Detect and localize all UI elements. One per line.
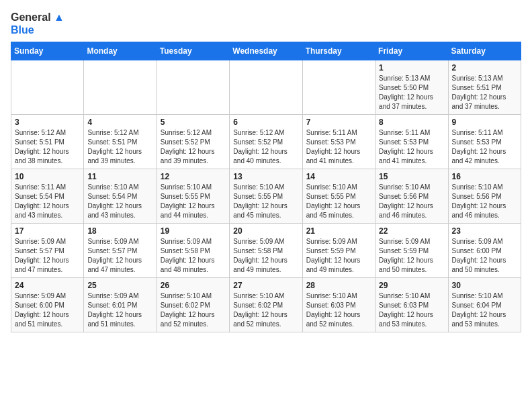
day-info: Sunrise: 5:09 AM Sunset: 5:57 PM Dayligh… [87,237,152,275]
calendar-cell: 27Sunrise: 5:10 AM Sunset: 6:02 PM Dayli… [230,278,302,332]
day-info: Sunrise: 5:11 AM Sunset: 5:53 PM Dayligh… [306,128,371,166]
calendar-cell: 19Sunrise: 5:09 AM Sunset: 5:58 PM Dayli… [157,224,229,278]
day-info: Sunrise: 5:12 AM Sunset: 5:52 PM Dayligh… [161,128,226,166]
day-number: 22 [379,226,444,236]
day-number: 6 [233,118,298,127]
day-number: 7 [306,118,371,127]
calendar-cell: 17Sunrise: 5:09 AM Sunset: 5:57 PM Dayli… [11,224,84,278]
calendar-cell: 6Sunrise: 5:12 AM Sunset: 5:52 PM Daylig… [230,115,302,169]
day-info: Sunrise: 5:10 AM Sunset: 5:55 PM Dayligh… [233,183,298,220]
calendar-cell [84,60,157,115]
week-row-4: 17Sunrise: 5:09 AM Sunset: 5:57 PM Dayli… [11,224,521,278]
calendar-cell: 26Sunrise: 5:10 AM Sunset: 6:02 PM Dayli… [157,278,229,332]
day-number: 29 [379,281,444,290]
day-info: Sunrise: 5:10 AM Sunset: 5:55 PM Dayligh… [306,183,371,220]
day-info: Sunrise: 5:09 AM Sunset: 6:00 PM Dayligh… [15,291,80,329]
calendar-cell: 16Sunrise: 5:10 AM Sunset: 5:56 PM Dayli… [448,169,521,224]
day-number: 13 [233,172,298,181]
day-number: 21 [306,226,371,236]
day-number: 3 [15,118,80,127]
day-header-friday: Friday [375,42,448,60]
day-info: Sunrise: 5:09 AM Sunset: 5:59 PM Dayligh… [379,237,444,275]
day-number: 5 [161,118,226,127]
day-header-tuesday: Tuesday [157,42,229,60]
day-header-monday: Monday [84,42,157,60]
day-header-sunday: Sunday [11,42,84,60]
calendar-cell: 4Sunrise: 5:12 AM Sunset: 5:51 PM Daylig… [84,115,157,169]
day-number: 2 [452,63,517,73]
day-number: 16 [452,172,517,181]
calendar-cell: 11Sunrise: 5:10 AM Sunset: 5:54 PM Dayli… [84,169,157,224]
day-number: 12 [161,172,226,181]
day-header-wednesday: Wednesday [230,42,302,60]
calendar-cell: 28Sunrise: 5:10 AM Sunset: 6:03 PM Dayli… [302,278,375,332]
day-info: Sunrise: 5:11 AM Sunset: 5:53 PM Dayligh… [452,128,517,166]
day-number: 27 [233,281,298,290]
logo-text: General ▲ Blue [11,11,64,36]
calendar-cell: 3Sunrise: 5:12 AM Sunset: 5:51 PM Daylig… [11,115,84,169]
day-info: Sunrise: 5:09 AM Sunset: 5:59 PM Dayligh… [306,237,371,275]
day-info: Sunrise: 5:13 AM Sunset: 5:51 PM Dayligh… [452,74,517,111]
day-number: 23 [452,226,517,236]
day-number: 28 [306,281,371,290]
calendar-cell: 20Sunrise: 5:09 AM Sunset: 5:58 PM Dayli… [230,224,302,278]
calendar-cell: 29Sunrise: 5:10 AM Sunset: 6:03 PM Dayli… [375,278,448,332]
day-info: Sunrise: 5:10 AM Sunset: 5:56 PM Dayligh… [379,183,444,220]
calendar-cell: 7Sunrise: 5:11 AM Sunset: 5:53 PM Daylig… [302,115,375,169]
day-number: 26 [161,281,226,290]
day-number: 1 [379,63,444,73]
day-info: Sunrise: 5:09 AM Sunset: 5:58 PM Dayligh… [233,237,298,275]
day-number: 14 [306,172,371,181]
day-number: 19 [161,226,226,236]
day-info: Sunrise: 5:10 AM Sunset: 6:03 PM Dayligh… [306,291,371,329]
logo: General ▲ Blue [11,11,64,36]
day-number: 11 [87,172,152,181]
day-number: 9 [452,118,517,127]
day-info: Sunrise: 5:10 AM Sunset: 6:02 PM Dayligh… [233,291,298,329]
day-info: Sunrise: 5:10 AM Sunset: 5:56 PM Dayligh… [452,183,517,220]
calendar-cell: 1Sunrise: 5:13 AM Sunset: 5:50 PM Daylig… [375,60,448,115]
calendar-cell: 9Sunrise: 5:11 AM Sunset: 5:53 PM Daylig… [448,115,521,169]
day-number: 4 [87,118,152,127]
calendar-cell: 30Sunrise: 5:10 AM Sunset: 6:04 PM Dayli… [448,278,521,332]
page-header: General ▲ Blue [11,11,521,36]
day-info: Sunrise: 5:12 AM Sunset: 5:51 PM Dayligh… [87,128,152,166]
day-number: 15 [379,172,444,181]
calendar-cell: 24Sunrise: 5:09 AM Sunset: 6:00 PM Dayli… [11,278,84,332]
day-number: 25 [87,281,152,290]
day-info: Sunrise: 5:09 AM Sunset: 5:58 PM Dayligh… [161,237,226,275]
calendar-cell: 2Sunrise: 5:13 AM Sunset: 5:51 PM Daylig… [448,60,521,115]
calendar-cell: 8Sunrise: 5:11 AM Sunset: 5:53 PM Daylig… [375,115,448,169]
day-number: 20 [233,226,298,236]
day-header-thursday: Thursday [302,42,375,60]
calendar-cell: 5Sunrise: 5:12 AM Sunset: 5:52 PM Daylig… [157,115,229,169]
calendar-cell: 15Sunrise: 5:10 AM Sunset: 5:56 PM Dayli… [375,169,448,224]
calendar-cell: 23Sunrise: 5:09 AM Sunset: 6:00 PM Dayli… [448,224,521,278]
day-info: Sunrise: 5:12 AM Sunset: 5:51 PM Dayligh… [15,128,80,166]
calendar-cell: 13Sunrise: 5:10 AM Sunset: 5:55 PM Dayli… [230,169,302,224]
week-row-1: 1Sunrise: 5:13 AM Sunset: 5:50 PM Daylig… [11,60,521,115]
calendar-cell [11,60,84,115]
calendar-cell: 12Sunrise: 5:10 AM Sunset: 5:55 PM Dayli… [157,169,229,224]
calendar-cell: 21Sunrise: 5:09 AM Sunset: 5:59 PM Dayli… [302,224,375,278]
day-info: Sunrise: 5:10 AM Sunset: 5:55 PM Dayligh… [161,183,226,220]
calendar-cell [230,60,302,115]
header-row: SundayMondayTuesdayWednesdayThursdayFrid… [11,42,521,60]
calendar-table: SundayMondayTuesdayWednesdayThursdayFrid… [11,42,521,332]
week-row-2: 3Sunrise: 5:12 AM Sunset: 5:51 PM Daylig… [11,115,521,169]
day-number: 8 [379,118,444,127]
day-info: Sunrise: 5:09 AM Sunset: 5:57 PM Dayligh… [15,237,80,275]
calendar-cell: 22Sunrise: 5:09 AM Sunset: 5:59 PM Dayli… [375,224,448,278]
day-info: Sunrise: 5:09 AM Sunset: 6:01 PM Dayligh… [87,291,152,329]
calendar-cell: 14Sunrise: 5:10 AM Sunset: 5:55 PM Dayli… [302,169,375,224]
day-number: 17 [15,226,80,236]
day-number: 24 [15,281,80,290]
day-info: Sunrise: 5:10 AM Sunset: 6:02 PM Dayligh… [161,291,226,329]
day-info: Sunrise: 5:11 AM Sunset: 5:53 PM Dayligh… [379,128,444,166]
day-info: Sunrise: 5:13 AM Sunset: 5:50 PM Dayligh… [379,74,444,111]
day-info: Sunrise: 5:11 AM Sunset: 5:54 PM Dayligh… [15,183,80,220]
calendar-cell [157,60,229,115]
week-row-5: 24Sunrise: 5:09 AM Sunset: 6:00 PM Dayli… [11,278,521,332]
calendar-cell: 10Sunrise: 5:11 AM Sunset: 5:54 PM Dayli… [11,169,84,224]
day-info: Sunrise: 5:10 AM Sunset: 6:04 PM Dayligh… [452,291,517,329]
